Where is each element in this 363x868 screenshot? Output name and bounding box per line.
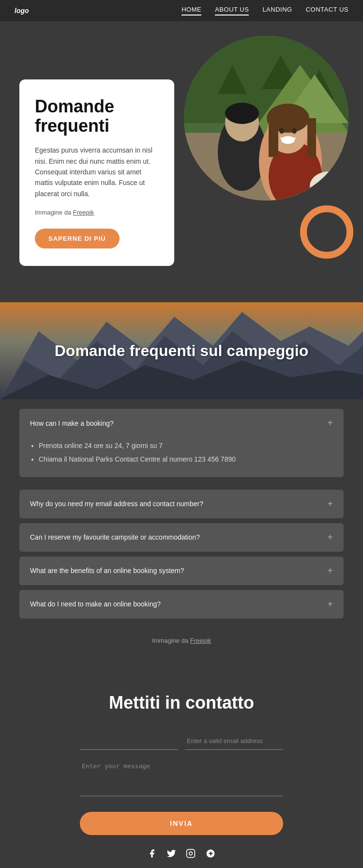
faq-answer-bullet-1-1: Prenota online 24 ore su 24, 7 giorni su… (39, 440, 333, 452)
hero-section: Domande frequenti Egestas purus viverra … (0, 21, 363, 302)
faq-item-2: Why do you need my email address and con… (19, 490, 344, 518)
faq-item-4: What are the benefits of an online booki… (19, 557, 344, 585)
faq-item-3: Can I reserve my favourite campsite or a… (19, 523, 344, 552)
faq-section: How can I make a booking? + Prenota onli… (0, 399, 363, 668)
logo: logo (15, 7, 29, 15)
faq-freepik-link[interactable]: Freepik (190, 637, 211, 644)
faq-expand-icon-3: + (327, 532, 333, 543)
instagram-icon[interactable] (186, 849, 196, 861)
twitter-icon[interactable] (166, 849, 176, 861)
learn-more-button[interactable]: SAPERNE DI PIÙ (35, 229, 120, 248)
faq-answer-bullet-1-2: Chiama il National Parks Contact Centre … (39, 454, 333, 465)
svg-rect-16 (269, 118, 278, 157)
faq-expand-icon-1: + (327, 418, 333, 429)
nav-landing[interactable]: LANDING (262, 6, 292, 16)
faq-question-1[interactable]: How can I make a booking? + (19, 409, 344, 437)
contact-form: INVIA (80, 732, 283, 835)
contact-section: Mettiti in contatto INVIA (0, 668, 363, 868)
faq-expand-icon-2: + (327, 498, 333, 510)
submit-button[interactable]: INVIA (80, 812, 283, 835)
svg-point-18 (281, 136, 295, 144)
svg-point-13 (310, 171, 348, 201)
svg-point-10 (225, 103, 259, 124)
hero-card: Domande frequenti Egestas purus viverra … (19, 79, 174, 266)
faq-question-text-4: What are the benefits of an online booki… (30, 567, 184, 574)
nav-contact[interactable]: CONTACT US (306, 6, 348, 16)
faq-expand-icon-5: + (327, 599, 333, 610)
googleplus-icon[interactable] (205, 849, 216, 861)
svg-rect-17 (307, 118, 316, 157)
faq-question-text-1: How can I make a booking? (30, 419, 114, 427)
svg-point-20 (292, 128, 297, 134)
nav-home[interactable]: HOME (182, 6, 201, 16)
faq-question-3[interactable]: Can I reserve my favourite campsite or a… (19, 523, 344, 552)
faq-answer-1: Prenota online 24 ore su 24, 7 giorni su… (19, 437, 344, 477)
social-icons-row (19, 849, 344, 861)
message-input[interactable] (80, 758, 283, 796)
faq-banner: Domande frequenti sul campeggio (0, 302, 363, 399)
hero-description: Egestas purus viverra accumsan in nisl n… (35, 145, 159, 199)
facebook-icon[interactable] (147, 849, 157, 861)
email-input[interactable] (185, 732, 283, 750)
hero-image-credit: Immagine da Freepik (35, 208, 159, 218)
faq-question-2[interactable]: Why do you need my email address and con… (19, 490, 344, 518)
faq-item-1: How can I make a booking? + Prenota onli… (19, 409, 344, 477)
hero-title: Domande frequenti (35, 97, 159, 135)
name-input[interactable] (80, 732, 178, 750)
faq-question-4[interactable]: What are the benefits of an online booki… (19, 557, 344, 585)
faq-banner-title: Domande frequenti sul campeggio (55, 342, 309, 360)
faq-image-credit: Immagine da Freepik (19, 623, 344, 649)
faq-question-text-2: Why do you need my email address and con… (30, 500, 203, 508)
orange-ring-inner (311, 216, 343, 248)
svg-point-19 (279, 128, 284, 134)
faq-question-text-5: What do I need to make an online booking… (30, 600, 161, 608)
faq-question-text-3: Can I reserve my favourite campsite or a… (30, 533, 200, 541)
svg-rect-25 (187, 849, 195, 857)
contact-title: Mettiti in contatto (19, 693, 344, 713)
navbar: logo HOME ABOUT US LANDING CONTACT US (0, 0, 363, 21)
faq-expand-icon-4: + (327, 565, 333, 576)
form-name-email-row (80, 732, 283, 758)
faq-item-5: What do I need to make an online booking… (19, 590, 344, 619)
faq-question-5[interactable]: What do I need to make an online booking… (19, 590, 344, 619)
hero-image (184, 36, 348, 201)
nav-links: HOME ABOUT US LANDING CONTACT US (182, 6, 348, 16)
nav-about[interactable]: ABOUT US (215, 6, 249, 16)
freepik-link[interactable]: Freepik (73, 209, 94, 216)
